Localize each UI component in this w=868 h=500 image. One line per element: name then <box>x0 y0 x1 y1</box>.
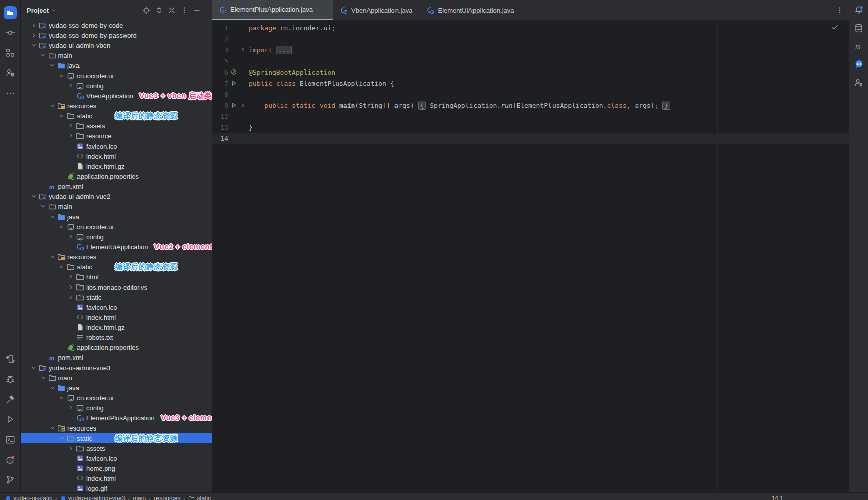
project-panel-title[interactable]: Project <box>27 7 49 14</box>
run-gutter-icon[interactable] <box>229 101 239 109</box>
stripe-services-button[interactable] <box>4 352 17 366</box>
editor-line-6[interactable]: 6@SpringBootApplication <box>212 66 849 78</box>
editor-line-5[interactable]: 5 <box>212 55 849 66</box>
inspections-ok-icon[interactable] <box>831 23 839 31</box>
tree-item-robots.txt[interactable]: robots.txt <box>21 332 212 342</box>
chevron-down-icon[interactable] <box>59 395 65 401</box>
chevron-down-icon[interactable] <box>49 425 55 431</box>
spring-bean-gutter-icon[interactable] <box>229 68 239 76</box>
chevron-right-icon[interactable] <box>68 405 74 411</box>
tree-item-html[interactable]: html <box>21 272 212 282</box>
tree-item-favicon.ico[interactable]: favicon.ico <box>21 453 212 463</box>
editor[interactable]: 1package cn.iocoder.ui;23import ...56@Sp… <box>212 20 849 492</box>
tree-item-main[interactable]: main <box>21 201 212 211</box>
breadcrumb-yudao-ui-static[interactable]: yudao-ui-static <box>5 495 52 500</box>
chevron-down-icon[interactable] <box>59 113 65 119</box>
breadcrumb-yudao-ui-admin-vue3[interactable]: yudao-ui-admin-vue3 <box>60 495 125 500</box>
chevron-right-icon[interactable] <box>68 234 74 240</box>
chevron-down-icon[interactable] <box>51 8 56 13</box>
chevron-down-icon[interactable] <box>31 365 37 371</box>
tree-item-main[interactable]: main <box>21 50 212 60</box>
chevron-down-icon[interactable] <box>59 264 65 270</box>
breadcrumb-static[interactable]: static <box>188 495 211 500</box>
panel-header-collapse-all-icon[interactable] <box>168 6 176 14</box>
editor-line-8[interactable]: 8 <box>212 89 849 100</box>
tree-item-yudao-sso-demo-by-code[interactable]: yudao-sso-demo-by-code <box>21 20 212 30</box>
tree-item-resources[interactable]: resources <box>21 252 212 262</box>
tree-item-config[interactable]: config <box>21 232 212 242</box>
tree-item-favicon.ico[interactable]: favicon.ico <box>21 141 212 151</box>
stripe-run-button[interactable] <box>4 413 17 426</box>
tree-item-main[interactable]: main <box>21 373 212 383</box>
stripe-terminal-button[interactable] <box>4 433 17 446</box>
editor-line-2[interactable]: 2 <box>212 33 849 44</box>
chevron-right-icon[interactable] <box>68 274 74 280</box>
editor-line-3[interactable]: 3import ... <box>212 44 849 55</box>
tree-item-home.png[interactable]: home.png <box>21 463 212 473</box>
chevron-right-icon[interactable] <box>68 83 74 89</box>
tree-item-static[interactable]: static编译后的静态资源 <box>21 262 212 272</box>
stripe-structure-button[interactable] <box>4 46 17 59</box>
chevron-down-icon[interactable] <box>31 42 37 48</box>
tree-item-index.html.gz[interactable]: index.html.gz <box>21 322 212 332</box>
close-tab-icon[interactable] <box>320 7 326 13</box>
tree-item-index.html[interactable]: index.html <box>21 151 212 161</box>
tree-item-application.properties[interactable]: application.properties <box>21 342 212 352</box>
chevron-right-icon[interactable] <box>68 294 74 300</box>
tree-item-resources[interactable]: resources <box>21 101 212 111</box>
chevron-right-icon[interactable] <box>68 133 74 139</box>
tree-item-resources[interactable]: resources <box>21 423 212 433</box>
stripe-notifications-button[interactable] <box>852 4 865 17</box>
editor-line-1[interactable]: 1package cn.iocoder.ui; <box>212 22 849 33</box>
tree-item-yudao-ui-admin-vben[interactable]: yudao-ui-admin-vben <box>21 40 212 50</box>
tree-item-assets[interactable]: assets <box>21 121 212 131</box>
stripe-problems-button[interactable] <box>4 453 17 466</box>
tree-item-cn.iocoder.ui[interactable]: cn.iocoder.ui <box>21 70 212 81</box>
stripe-version-control-button[interactable] <box>4 473 17 486</box>
tree-item-favicon.ico[interactable]: favicon.ico <box>21 302 212 312</box>
chevron-down-icon[interactable] <box>49 254 55 260</box>
panel-header-expand-all-icon[interactable] <box>155 6 163 14</box>
editor-tab-elementuiapplication-java[interactable]: ElementUiApplication.java <box>419 0 521 20</box>
tree-item-index.html[interactable]: index.html <box>21 312 212 322</box>
stripe-learn-button[interactable]: ? <box>4 66 17 80</box>
caret-position-status[interactable]: 14:1 <box>772 495 783 500</box>
tab-bar-more-button[interactable] <box>836 0 844 20</box>
chevron-down-icon[interactable] <box>40 203 46 209</box>
editor-line-9[interactable]: 9 public static void main(String[] args)… <box>212 100 849 111</box>
tree-item-elementplusapplication[interactable]: ElementPlusApplicationVue3 + element-plu… <box>21 413 212 423</box>
tree-item-application.properties[interactable]: application.properties <box>21 171 212 181</box>
tree-item-pom.xml[interactable]: mpom.xml <box>21 352 212 363</box>
chevron-right-icon[interactable] <box>68 284 74 290</box>
tree-item-libs.monaco-editor.vs[interactable]: libs.monaco-editor.vs <box>21 282 212 292</box>
tree-item-cn.iocoder.ui[interactable]: cn.iocoder.ui <box>21 393 212 403</box>
chevron-right-icon[interactable] <box>68 123 74 129</box>
stripe-ai-assistant-button[interactable]: </> <box>852 58 865 71</box>
chevron-down-icon[interactable] <box>49 213 55 220</box>
tree-item-java[interactable]: java <box>21 211 212 222</box>
editor-tab-elementplusapplication-java[interactable]: ElementPlusApplication.java <box>212 0 333 20</box>
chevron-down-icon[interactable] <box>59 224 65 230</box>
breadcrumb-main[interactable]: main <box>133 495 146 500</box>
tree-item-cn.iocoder.ui[interactable]: cn.iocoder.ui <box>21 222 212 232</box>
stripe-debug-button[interactable] <box>4 373 17 386</box>
tree-item-index.html[interactable]: index.html <box>21 473 212 483</box>
stripe-build-button[interactable] <box>4 393 17 406</box>
stripe-more-tool-windows-button[interactable] <box>4 87 17 100</box>
stripe-project-button[interactable] <box>4 6 17 19</box>
tree-item-elementuiapplication[interactable]: ElementUiApplicationVue2 + element-ui 启动… <box>21 242 212 252</box>
chevron-right-icon[interactable] <box>31 32 37 38</box>
chevron-down-icon[interactable] <box>49 385 55 391</box>
tree-item-config[interactable]: config <box>21 403 212 413</box>
tree-item-yudao-sso-demo-by-password[interactable]: yudao-sso-demo-by-password <box>21 30 212 40</box>
tree-item-pom.xml[interactable]: mpom.xml <box>21 181 212 191</box>
tree-item-static[interactable]: static <box>21 292 212 302</box>
editor-tab-vbenapplication-java[interactable]: VbenApplication.java <box>333 0 419 20</box>
chevron-down-icon[interactable] <box>59 435 65 441</box>
chevron-down-icon[interactable] <box>59 73 65 79</box>
tree-item-static[interactable]: static编译后的静态资源 <box>21 111 212 121</box>
tree-item-assets[interactable]: assets <box>21 443 212 453</box>
chevron-down-icon[interactable] <box>40 375 46 381</box>
editor-line-14[interactable]: 14 <box>212 133 849 144</box>
chevron-right-icon[interactable] <box>68 445 74 451</box>
